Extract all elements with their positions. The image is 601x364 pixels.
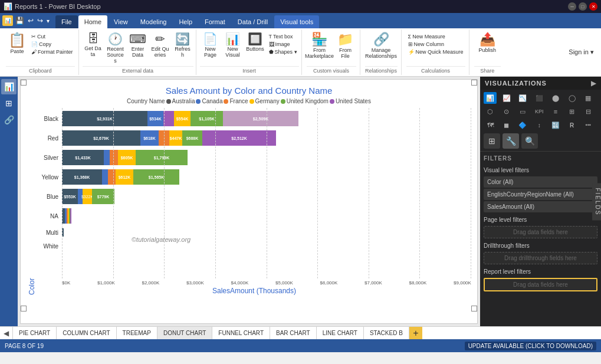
viz-waterfall-icon[interactable]: ↕ <box>533 119 546 131</box>
viz-donut-icon[interactable]: ◯ <box>566 92 579 104</box>
custom-visuals-group: 🏪 From Marketplace 📁 From File Custom vi… <box>303 29 360 75</box>
sidebar-icon-model[interactable]: 🔗 <box>1 112 17 127</box>
buttons-btn[interactable]: 🔲 Buttons <box>245 31 266 53</box>
tab-stacked-b[interactable]: STACKED B <box>364 327 409 339</box>
cut-btn[interactable]: ✂Cut <box>29 33 75 40</box>
manage-relationships-btn[interactable]: 🔗 Manage Relationships <box>365 31 398 60</box>
get-data-btn[interactable]: 🗄 Get Data <box>83 31 104 58</box>
tab-help[interactable]: Help <box>173 15 198 28</box>
viz-map-icon[interactable]: 🗺 <box>484 119 497 131</box>
tab-format[interactable]: Format <box>199 15 231 28</box>
paste-btn[interactable]: 📋 Paste <box>6 31 28 55</box>
resize-handle-tl[interactable] <box>21 80 27 86</box>
tab-line-chart[interactable]: LINE CHART <box>317 327 364 339</box>
table-row: Silver $1,433K $605K $1,799K <box>62 149 471 166</box>
tab-visual-tools[interactable]: Visual tools <box>274 15 319 28</box>
add-tab-btn[interactable]: + <box>409 327 422 339</box>
sidebar-icon-report[interactable]: 📊 <box>1 79 17 94</box>
relationships-group: 🔗 Manage Relationships Relationships <box>362 29 402 75</box>
viz-scatter-icon[interactable]: ⬛ <box>533 92 546 104</box>
new-quick-measure-btn[interactable]: ⚡New Quick Measure <box>406 48 465 55</box>
filter-item-country[interactable]: EnglishCountryRegionName (All) <box>484 189 597 200</box>
filter-item-color[interactable]: Color (All) <box>484 176 597 188</box>
enter-data-btn[interactable]: ⌨ Enter Data <box>127 31 149 59</box>
undo-icon[interactable]: ↩ <box>27 15 35 26</box>
viz-slicer-icon[interactable]: ≡ <box>549 106 562 117</box>
viz-stacked-bar-icon[interactable]: 📊 <box>484 92 497 104</box>
update-notice[interactable]: UPDATE AVAILABLE (CLICK TO DOWNLOAD) <box>465 342 596 350</box>
refresh-btn[interactable]: 🔄 Refresh <box>172 31 193 59</box>
viz-line-icon[interactable]: 📈 <box>500 92 513 104</box>
bottom-tabs-bar: ◀ PIE CHART COLUMN CHART TREEMAP DONUT C… <box>0 326 601 339</box>
image-btn[interactable]: 🖼Image <box>267 41 299 48</box>
viz-fields-btn[interactable]: ⊞ <box>484 133 500 149</box>
format-painter-btn[interactable]: 🖌Format Painter <box>29 48 75 55</box>
viz-shape-icon[interactable]: 🔷 <box>516 119 529 131</box>
fields-side-tab[interactable]: FIELDS <box>592 183 601 220</box>
drillthrough-dropzone[interactable]: Drag drillthrough fields here <box>484 252 597 264</box>
tab-modeling[interactable]: Modeling <box>134 15 173 28</box>
sidebar-icon-data[interactable]: ⊞ <box>1 96 17 111</box>
tab-bar-chart[interactable]: BAR CHART <box>270 327 317 339</box>
viz-funnel-icon[interactable]: ⬡ <box>484 106 497 117</box>
viz-treemap-icon[interactable]: ▦ <box>582 92 595 104</box>
close-btn[interactable]: ✕ <box>589 2 597 11</box>
tab-treemap[interactable]: TREEMAP <box>117 327 157 339</box>
tab-funnel-chart[interactable]: FUNNEL CHART <box>212 327 270 339</box>
nav-prev-btn[interactable]: ◀ <box>0 327 13 339</box>
viz-more-icon[interactable]: ••• <box>582 119 595 131</box>
share-group: 📤 Publish Share <box>471 29 505 75</box>
recent-sources-btn[interactable]: 🕐 Recent Sources <box>105 31 126 65</box>
tab-data-drill[interactable]: Data / Drill <box>232 15 274 28</box>
right-panel: VISUALIZATIONS ▶ FIELDS 📊 📈 📉 ⬛ ⬤ ◯ ▦ ⬡ … <box>480 77 601 326</box>
new-column-btn[interactable]: ⊞New Column <box>406 41 465 48</box>
page-dropzone[interactable]: Drag data fields here <box>484 226 597 238</box>
tab-pie-chart[interactable]: PIE CHART <box>13 327 57 339</box>
filter-item-sales[interactable]: SalesAmount (All) <box>484 201 597 212</box>
text-box-btn[interactable]: TText box <box>267 33 299 40</box>
tab-home[interactable]: Home <box>78 15 107 28</box>
viz-matrix-icon[interactable]: ⊟ <box>582 106 595 117</box>
redo-icon[interactable]: ↪ <box>36 15 44 26</box>
tab-file[interactable]: File <box>55 15 78 28</box>
drillthrough-filters-label: Drillthrough filters <box>484 241 597 251</box>
resize-handle-tr[interactable] <box>471 80 477 86</box>
expand-panel-icon[interactable]: ▶ <box>591 79 596 87</box>
viz-area-icon[interactable]: 📉 <box>516 92 529 104</box>
viz-card-icon[interactable]: ▭ <box>516 106 529 117</box>
viz-gauge-icon[interactable]: ⊙ <box>500 106 513 117</box>
viz-combo-icon[interactable]: 🔣 <box>549 119 562 131</box>
insert-label: Insert <box>200 66 299 74</box>
viz-table-icon[interactable]: ⊞ <box>566 106 579 117</box>
viz-filled-map-icon[interactable]: ◼ <box>500 119 513 131</box>
sign-in-btn[interactable]: Sign in ▾ <box>564 46 599 58</box>
new-page-btn[interactable]: 📄 New Page <box>200 31 221 59</box>
report-dropzone[interactable]: Drag data fields here <box>484 278 597 291</box>
from-file-btn[interactable]: 📁 From File <box>335 31 356 60</box>
new-measure-btn[interactable]: ΣNew Measure <box>406 33 465 40</box>
resize-handle-br[interactable] <box>471 306 477 311</box>
edit-queries-btn[interactable]: ✏ Edit Queries <box>150 31 171 59</box>
copy-btn[interactable]: 📄Copy <box>29 41 75 48</box>
tab-column-chart[interactable]: COLUMN CHART <box>57 327 116 339</box>
maximize-btn[interactable]: □ <box>579 2 587 11</box>
viz-pie-icon[interactable]: ⬤ <box>549 92 562 104</box>
calculations-label: Calculations <box>406 66 465 74</box>
shapes-btn[interactable]: ⬟Shapes ▾ <box>267 48 299 55</box>
viz-format-btn[interactable]: 🔧 <box>503 133 519 149</box>
viz-kpi-icon[interactable]: KPI <box>533 106 546 117</box>
quick-access-dropdown-icon[interactable]: ▾ <box>45 17 51 25</box>
minimize-btn[interactable]: ─ <box>568 2 576 11</box>
external-data-label: External data <box>83 66 193 74</box>
tab-view[interactable]: View <box>108 15 134 28</box>
save-icon[interactable]: 💾 <box>14 15 25 26</box>
clipboard-group: 📋 Paste ✂Cut 📄Copy 🖌Format Painter Clipb… <box>2 29 79 75</box>
resize-handle-bl[interactable] <box>21 306 27 311</box>
new-visual-btn[interactable]: 📊 New Visual <box>222 31 244 59</box>
external-data-group: 🗄 Get Data 🕐 Recent Sources ⌨ Enter Data… <box>80 29 196 75</box>
tab-donut-chart[interactable]: DONUT CHART <box>157 327 212 339</box>
viz-custom-r-icon[interactable]: R <box>566 119 579 131</box>
publish-btn[interactable]: 📤 Publish <box>474 31 501 54</box>
from-marketplace-btn[interactable]: 🏪 From Marketplace <box>307 31 333 60</box>
viz-analytics-btn[interactable]: 🔍 <box>521 133 538 149</box>
